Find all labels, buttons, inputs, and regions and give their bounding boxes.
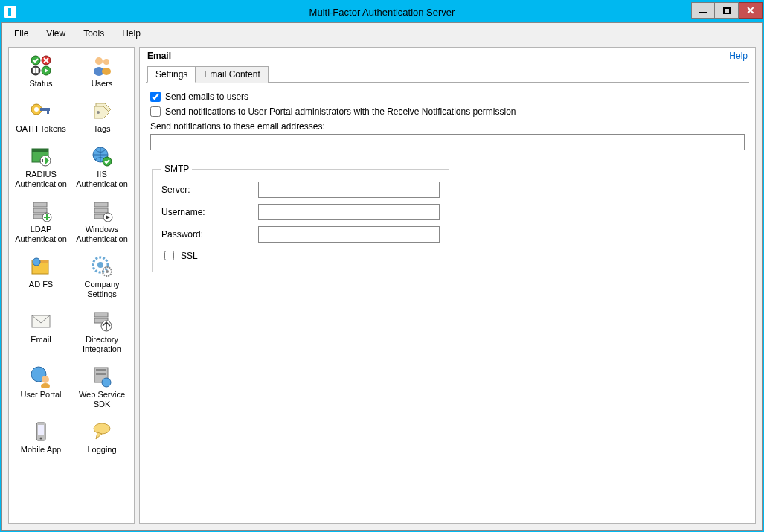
send-notifications-checkbox[interactable]: [150, 106, 161, 117]
smtp-group: SMTP Server: Username: Password:: [152, 164, 449, 272]
menubar: File View Tools Help: [2, 23, 762, 44]
svg-point-47: [41, 383, 50, 388]
minimize-button[interactable]: [691, 2, 715, 19]
body: Status Users: [2, 44, 762, 530]
sidebar-item-company-settings[interactable]: Company Settings: [71, 253, 132, 301]
logging-icon: [90, 420, 114, 443]
svg-rect-14: [47, 108, 49, 114]
smtp-username-input[interactable]: [258, 204, 440, 220]
svg-point-38: [97, 262, 103, 268]
sidebar-item-windows-auth[interactable]: Windows Authentication: [71, 198, 132, 246]
help-link[interactable]: Help: [729, 51, 748, 61]
svg-point-46: [42, 376, 49, 383]
sidebar: Status Users: [8, 47, 135, 524]
sidebar-item-oath-tokens[interactable]: OATH Tokens: [10, 97, 71, 135]
svg-rect-20: [32, 149, 48, 152]
menu-file[interactable]: File: [7, 26, 36, 41]
svg-rect-49: [96, 369, 106, 371]
send-emails-checkbox[interactable]: [150, 92, 161, 102]
sidebar-item-tags[interactable]: Tags: [71, 97, 132, 135]
maximize-button[interactable]: [715, 2, 739, 19]
email-icon: [29, 310, 53, 333]
menu-tools[interactable]: Tools: [76, 26, 112, 41]
svg-point-18: [97, 111, 100, 114]
user-portal-icon: [29, 365, 53, 388]
adfs-icon: [29, 254, 53, 278]
iis-icon: [90, 144, 114, 168]
svg-point-55: [94, 423, 110, 434]
svg-rect-4: [36, 68, 39, 73]
radius-icon: [29, 144, 53, 168]
titlebar: Multi-Factor Authentication Server ✕: [1, 1, 763, 22]
svg-marker-56: [96, 432, 102, 439]
key-icon: [29, 99, 53, 123]
gear-icon: [90, 254, 114, 278]
send-notifications-label: Send notifications to User Portal admini…: [165, 106, 516, 117]
main-panel: Email Help Settings Email Content Send e…: [139, 47, 756, 524]
smtp-server-label: Server:: [161, 185, 258, 195]
smtp-ssl-label: SSL: [181, 251, 198, 261]
svg-rect-29: [94, 202, 108, 207]
close-button[interactable]: ✕: [739, 2, 763, 19]
tag-icon: [90, 99, 114, 123]
svg-rect-26: [33, 208, 47, 213]
svg-rect-25: [33, 202, 47, 207]
tab-settings-content: Send emails to users Send notifications …: [146, 83, 749, 281]
app-icon: [4, 6, 16, 18]
window-controls: ✕: [691, 4, 763, 20]
svg-point-10: [102, 68, 111, 75]
svg-point-9: [103, 59, 109, 65]
app-window: Multi-Factor Authentication Server ✕ Fil…: [0, 0, 764, 532]
svg-rect-3: [33, 68, 36, 73]
sidebar-item-directory-integration[interactable]: Directory Integration: [71, 308, 132, 356]
send-emails-label: Send emails to users: [165, 92, 248, 102]
smtp-server-input[interactable]: [258, 182, 440, 198]
sidebar-item-status[interactable]: Status: [10, 52, 71, 90]
main-header: Email Help: [146, 51, 749, 64]
svg-point-12: [34, 107, 39, 112]
window-title: Multi-Factor Authentication Server: [309, 7, 455, 18]
sidebar-item-adfs[interactable]: AD FS: [10, 253, 71, 301]
client-area: File View Tools Help Statu: [1, 22, 763, 531]
sidebar-item-user-portal[interactable]: User Portal: [10, 363, 71, 411]
smtp-username-label: Username:: [161, 207, 258, 217]
server-icon: [90, 365, 114, 388]
svg-point-7: [95, 57, 103, 65]
svg-point-40: [106, 270, 109, 273]
addresses-input[interactable]: [150, 134, 745, 150]
svg-rect-42: [94, 313, 108, 317]
sidebar-item-email[interactable]: Email: [10, 308, 71, 356]
users-icon: [90, 54, 114, 77]
page-title: Email: [147, 51, 171, 61]
sidebar-item-iis-auth[interactable]: IIS Authentication: [71, 143, 132, 190]
sidebar-item-logging[interactable]: Logging: [71, 418, 132, 456]
menu-help[interactable]: Help: [115, 26, 148, 41]
svg-point-54: [40, 438, 42, 440]
smtp-ssl-checkbox[interactable]: [164, 251, 174, 260]
svg-rect-50: [96, 373, 106, 375]
tabstrip: Settings Email Content: [146, 65, 749, 83]
sidebar-item-web-service-sdk[interactable]: Web Service SDK: [71, 363, 132, 411]
tab-email-content[interactable]: Email Content: [196, 66, 268, 83]
ldap-icon: [29, 199, 53, 223]
svg-point-51: [102, 378, 111, 387]
smtp-password-label: Password:: [161, 229, 258, 240]
sidebar-item-ldap-auth[interactable]: LDAP Authentication: [10, 198, 71, 246]
windows-icon: [90, 199, 114, 223]
mobile-icon: [29, 420, 53, 443]
svg-point-2: [31, 66, 40, 75]
sidebar-item-mobile-app[interactable]: Mobile App: [10, 418, 71, 456]
svg-rect-53: [38, 425, 44, 435]
menu-view[interactable]: View: [39, 26, 73, 41]
status-icon: [29, 54, 53, 77]
addresses-label: Send notifications to these email addres…: [150, 121, 745, 132]
svg-point-36: [33, 258, 40, 266]
directory-icon: [90, 310, 114, 333]
sidebar-item-radius-auth[interactable]: RADIUS Authentication: [10, 143, 71, 190]
sidebar-item-users[interactable]: Users: [71, 52, 132, 90]
tab-settings[interactable]: Settings: [147, 66, 196, 83]
smtp-password-input[interactable]: [258, 226, 440, 243]
svg-rect-30: [94, 208, 108, 213]
smtp-legend: SMTP: [161, 164, 192, 174]
